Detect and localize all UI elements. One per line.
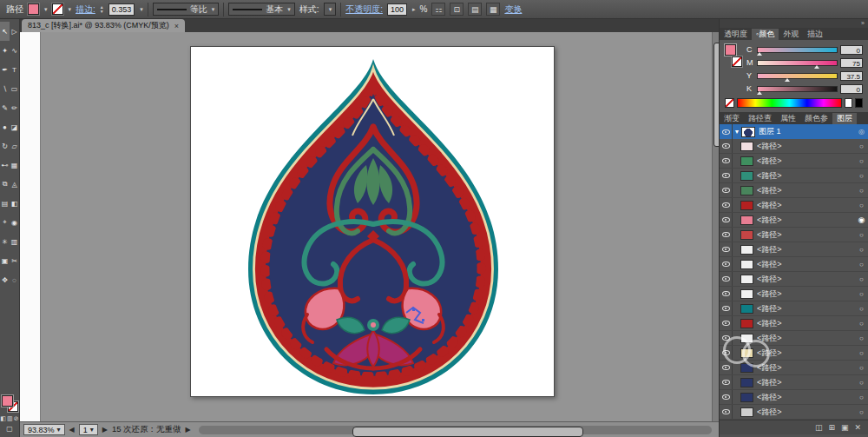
type-tool[interactable]: T bbox=[10, 60, 19, 79]
path-layer-row[interactable]: <路径> ○ bbox=[720, 346, 868, 361]
panel-tab[interactable]: 渐变 bbox=[720, 113, 744, 124]
target-circle-icon[interactable]: ○ bbox=[855, 408, 868, 416]
channel-value[interactable]: 75 bbox=[840, 58, 863, 68]
path-layer-row[interactable]: <路径> ○ bbox=[720, 361, 868, 375]
target-circle-icon[interactable]: ○ bbox=[855, 172, 868, 180]
symbol-sprayer-tool[interactable]: ✳ bbox=[0, 232, 10, 251]
panel-tab[interactable]: 描边 bbox=[803, 29, 827, 40]
color-mode-icon[interactable]: ◧ bbox=[0, 415, 6, 422]
eyedropper-tool[interactable]: ⌖ bbox=[0, 213, 10, 232]
path-label[interactable]: <路径> bbox=[757, 229, 855, 241]
disclosure-triangle-icon[interactable]: ▼ bbox=[733, 129, 741, 135]
visibility-toggle[interactable] bbox=[720, 375, 733, 389]
panel-fill-swatch[interactable] bbox=[725, 44, 736, 56]
mesh-tool[interactable]: ▤ bbox=[0, 194, 10, 213]
visibility-toggle[interactable] bbox=[720, 405, 733, 419]
visibility-toggle[interactable] bbox=[720, 272, 733, 286]
path-label[interactable]: <路径> bbox=[757, 215, 855, 226]
brush-definition-dropdown[interactable]: 基本 ▾ bbox=[228, 3, 295, 16]
artboard-tool[interactable]: ▣ bbox=[0, 251, 10, 270]
paintbrush-tool[interactable]: ✎ bbox=[0, 98, 10, 117]
path-label[interactable]: <路径> bbox=[757, 259, 855, 270]
panel-tab[interactable]: 路径查 bbox=[744, 113, 776, 124]
target-circle-icon[interactable]: ○ bbox=[855, 349, 868, 357]
path-label[interactable]: <路径> bbox=[757, 392, 855, 403]
close-tab-icon[interactable]: × bbox=[174, 22, 179, 30]
stroke-dropdown-icon[interactable]: ▾ bbox=[69, 6, 72, 13]
line-segment-tool[interactable]: ∖ bbox=[0, 79, 10, 98]
visibility-toggle[interactable] bbox=[720, 124, 733, 139]
lasso-tool[interactable]: ∿ bbox=[10, 41, 19, 60]
white-swatch[interactable] bbox=[845, 98, 852, 108]
target-circle-icon[interactable]: ○ bbox=[855, 290, 868, 298]
target-circle-icon[interactable]: ○ bbox=[855, 275, 868, 283]
collapse-panels-icon[interactable]: » bbox=[861, 20, 865, 26]
path-layer-row[interactable]: <路径> ○ bbox=[720, 228, 868, 242]
direct-selection-tool[interactable]: ▷ bbox=[10, 22, 19, 41]
layer-name[interactable]: 图层 1 bbox=[759, 126, 855, 137]
status-menu-icon[interactable]: ▶ bbox=[186, 426, 191, 434]
fill-color-swatch[interactable] bbox=[28, 3, 39, 15]
ornament-artwork[interactable] bbox=[234, 54, 512, 401]
path-layer-row[interactable]: <路径> ○ bbox=[720, 287, 868, 301]
black-swatch[interactable] bbox=[855, 98, 863, 108]
gradient-tool[interactable]: ◧ bbox=[10, 194, 19, 213]
visibility-toggle[interactable] bbox=[720, 139, 733, 153]
shape-builder-tool[interactable]: ⧉ bbox=[0, 175, 10, 194]
target-circle-icon[interactable]: ○ bbox=[855, 157, 868, 165]
horizontal-scrollbar[interactable] bbox=[199, 426, 712, 434]
path-label[interactable]: <路径> bbox=[757, 156, 855, 167]
path-label[interactable]: <路径> bbox=[757, 318, 855, 329]
path-layer-row[interactable]: <路径> ○ bbox=[720, 169, 868, 183]
column-graph-tool[interactable]: ▥ bbox=[10, 232, 19, 251]
width-tool[interactable]: ⊷ bbox=[0, 156, 10, 175]
target-circle-icon[interactable]: ○ bbox=[855, 320, 868, 328]
zoom-tool[interactable]: ◌ bbox=[10, 270, 19, 289]
path-label[interactable]: <路径> bbox=[757, 185, 855, 196]
magic-wand-tool[interactable]: ✦ bbox=[0, 41, 10, 60]
visibility-toggle[interactable] bbox=[720, 257, 733, 271]
toolbar-fill-swatch[interactable] bbox=[2, 395, 13, 407]
color-spectrum-bar[interactable] bbox=[737, 98, 842, 108]
path-layer-row[interactable]: <路径> ○ bbox=[720, 405, 868, 420]
pencil-tool[interactable]: ✏ bbox=[10, 98, 19, 117]
target-circle-icon[interactable]: ◉ bbox=[855, 215, 868, 224]
path-label[interactable]: <路径> bbox=[757, 244, 855, 255]
artboard-navigation-dropdown[interactable]: 1 ▾ bbox=[79, 424, 98, 435]
channel-slider[interactable] bbox=[757, 73, 838, 79]
selection-tool[interactable]: ↖ bbox=[0, 22, 10, 41]
path-label[interactable]: <路径> bbox=[757, 288, 855, 300]
panel-tab[interactable]: 颜色参 bbox=[800, 113, 832, 124]
visibility-toggle[interactable] bbox=[720, 331, 733, 345]
panel-tab[interactable]: 属性 bbox=[776, 113, 800, 124]
path-layer-row[interactable]: <路径> ○ bbox=[720, 272, 868, 287]
path-layer-row[interactable]: <路径> ○ bbox=[720, 301, 868, 316]
visibility-toggle[interactable] bbox=[720, 183, 733, 197]
target-circle-icon[interactable]: ○ bbox=[855, 364, 868, 372]
layer-target-icon[interactable]: ◎ bbox=[855, 128, 868, 136]
opacity-input[interactable]: 100 bbox=[387, 3, 407, 16]
target-circle-icon[interactable]: ○ bbox=[855, 305, 868, 313]
slider-marker[interactable] bbox=[814, 65, 819, 69]
target-circle-icon[interactable]: ○ bbox=[855, 142, 868, 150]
panel-tab[interactable]: 图层 bbox=[832, 113, 857, 124]
next-artboard-icon[interactable]: ▶ bbox=[102, 426, 108, 434]
path-label[interactable]: <路径> bbox=[757, 170, 855, 182]
document-setup-icon[interactable]: ▦ bbox=[486, 3, 500, 16]
artboard[interactable] bbox=[190, 46, 555, 397]
none-mode-icon[interactable]: ⊘ bbox=[14, 415, 19, 422]
channel-slider[interactable] bbox=[757, 47, 838, 53]
path-layer-row[interactable]: <路径> ○ bbox=[720, 257, 868, 272]
stroke-weight-input[interactable]: 0.353 bbox=[108, 3, 135, 16]
eraser-tool[interactable]: ◪ bbox=[10, 117, 19, 136]
stroke-weight-stepper[interactable]: ▲▼ bbox=[100, 5, 104, 14]
none-color-swatch[interactable] bbox=[725, 98, 734, 108]
stroke-color-swatch[interactable] bbox=[52, 3, 63, 15]
visibility-toggle[interactable] bbox=[720, 198, 733, 212]
visibility-toggle[interactable] bbox=[720, 316, 733, 330]
visibility-toggle[interactable] bbox=[720, 361, 733, 374]
path-layer-row[interactable]: <路径> ○ bbox=[720, 331, 868, 346]
path-label[interactable]: <路径> bbox=[757, 377, 855, 388]
style-dropdown[interactable]: ▾ bbox=[324, 3, 337, 16]
path-layer-row[interactable]: <路径> ○ bbox=[720, 375, 868, 390]
